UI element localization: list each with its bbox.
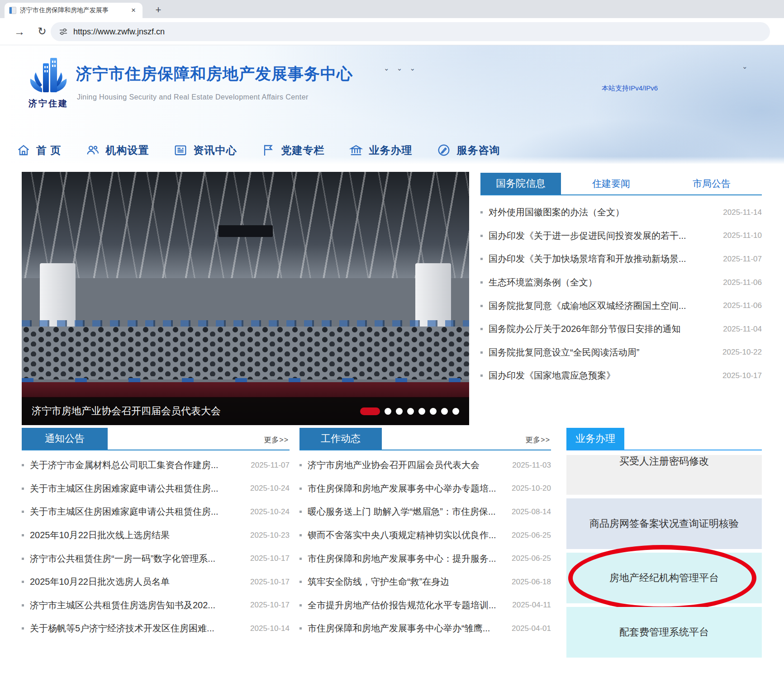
news-tabs: 国务院信息 住建要闻 市局公告 <box>480 173 762 195</box>
nav-item-organization[interactable]: 机构设置 <box>86 143 149 157</box>
site-info-icon[interactable] <box>59 27 68 36</box>
work-item-title: 市住房保障和房地产发展事务中心举办专题培... <box>308 483 509 495</box>
nav-item-party-building[interactable]: 党建专栏 <box>261 143 324 157</box>
tab-state-council-info[interactable]: 国务院信息 <box>480 173 561 194</box>
news-item-title: 国务院批复同意《成渝地区双城经济圈国土空间... <box>489 300 720 312</box>
notice-list-item[interactable]: 关于市主城区住房困难家庭申请公共租赁住房... 2025-10-24 <box>22 477 290 501</box>
forward-icon[interactable]: → <box>12 25 27 38</box>
organization-icon <box>86 143 100 157</box>
notice-list-item[interactable]: 关于济宁市金属材料总公司职工集资合作建房... 2025-11-07 <box>22 454 290 477</box>
work-item-date: 2025-06-18 <box>512 578 551 587</box>
carousel-dot[interactable] <box>396 408 403 415</box>
notice-list-item[interactable]: 2025年10月22日批次选房人员名单 2025-10-17 <box>22 570 290 594</box>
logo-text: 济宁住建 <box>22 98 75 109</box>
work-list-item[interactable]: 筑牢安全防线，守护生命“救”在身边 2025-06-18 <box>299 570 551 594</box>
bullet-icon <box>299 558 302 560</box>
bullet-icon <box>22 511 24 513</box>
carousel-dot[interactable] <box>441 408 448 415</box>
service-real-estate-agency-platform[interactable]: 房地产经纪机构管理平台 <box>566 553 762 603</box>
logo-icon <box>25 57 72 95</box>
work-item-title: 暖心服务送上门 助解入学“燃眉急”：市住房保... <box>308 506 509 518</box>
site-banner: ⌄ ⌄ ⌄ ⌄ <box>0 45 784 164</box>
bullet-icon <box>480 328 483 330</box>
news-list-item[interactable]: 生态环境监测条例（全文） 2025-11-06 <box>480 271 762 294</box>
news-list-item[interactable]: 国务院批复同意《成渝地区双城经济圈国土空间... 2025-11-06 <box>480 294 762 317</box>
notice-list-item[interactable]: 关于市主城区住房困难家庭申请公共租赁住房... 2025-10-24 <box>22 500 290 524</box>
notices-more-link[interactable]: 更多>> <box>264 436 289 445</box>
carousel-dot[interactable] <box>407 408 414 415</box>
work-item-date: 2025-06-25 <box>512 531 551 540</box>
favicon-icon <box>9 7 16 14</box>
carousel[interactable]: 济宁市房地产业协会召开四届会员代表大会 <box>22 172 469 425</box>
news-list-item[interactable]: 对外使用国徽图案的办法（全文） 2025-11-14 <box>480 201 762 224</box>
tab-close-icon[interactable]: × <box>129 6 138 15</box>
notice-item-date: 2025-10-17 <box>250 601 290 610</box>
notice-list-item[interactable]: 济宁市主城区公共租赁住房选房告知书及202... 2025-10-17 <box>22 594 290 617</box>
tab-bureau-announcements[interactable]: 市局公告 <box>661 173 762 194</box>
photo-projector <box>219 225 273 237</box>
tab-housing-news[interactable]: 住建要闻 <box>561 173 661 194</box>
nav-item-service-consult[interactable]: 服务咨询 <box>437 143 500 157</box>
notice-list-item[interactable]: 关于杨帆等5户济宁经济技术开发区住房困难... 2025-10-14 <box>22 617 290 640</box>
work-item-date: 2025-04-11 <box>512 601 551 610</box>
notices-title-tab[interactable]: 通知公告 <box>22 428 108 450</box>
photo-audience <box>22 327 469 380</box>
tab-title: 济宁市住房保障和房地产发展事 <box>20 6 129 14</box>
notice-list-item[interactable]: 济宁市公共租赁住房“一房一码”数字化管理系... 2025-10-17 <box>22 547 290 570</box>
carousel-dot[interactable] <box>385 408 391 415</box>
pen-icon <box>437 143 451 157</box>
bullet-icon <box>22 604 24 606</box>
news-list-item[interactable]: 国务院办公厅关于2026年部分节假日安排的通知 2025-11-04 <box>480 317 762 341</box>
work-list-item[interactable]: 锲而不舍落实中央八项规定精神切实以优良作... 2025-06-25 <box>299 524 551 547</box>
news-list-item[interactable]: 国办印发《关于进一步促进民间投资发展的若干... 2025-11-10 <box>480 224 762 248</box>
notice-item-date: 2025-10-17 <box>250 578 290 587</box>
url-box[interactable]: https://www.zwfw.jnszf.cn <box>51 22 770 41</box>
news-list-item[interactable]: 国办印发《关于加快场景培育和开放推动新场景... 2025-11-07 <box>480 247 762 271</box>
bullet-icon <box>299 604 302 606</box>
carousel-dot[interactable] <box>452 408 459 415</box>
nav-item-business[interactable]: 业务办理 <box>349 143 412 157</box>
ipv6-support-note: 本站支持IPv4/IPv6 <box>602 84 658 93</box>
carousel-caption[interactable]: 济宁市房地产业协会召开四届会员代表大会 <box>32 404 360 418</box>
bullet-icon <box>299 581 302 583</box>
carousel-dot-active[interactable] <box>360 407 380 415</box>
carousel-dot[interactable] <box>418 408 425 415</box>
notice-item-date: 2025-10-17 <box>250 554 290 563</box>
news-list-item[interactable]: 国办印发《国家地震应急预案》 2025-10-17 <box>480 364 762 388</box>
browser-tab[interactable]: 济宁市住房保障和房地产发展事 × <box>5 3 143 18</box>
service-supporting-fee-platform[interactable]: 配套费管理系统平台 <box>566 607 762 658</box>
service-buyer-password-reset[interactable]: 买受人注册密码修改 <box>566 455 762 495</box>
work-list-item[interactable]: 济宁市房地产业协会召开四届会员代表大会 2025-11-03 <box>299 454 551 477</box>
url-text: https://www.zwfw.jnszf.cn <box>73 27 165 37</box>
nav-item-news-center[interactable]: 资讯中心 <box>173 143 237 157</box>
news-list-item[interactable]: 国务院批复同意设立“全民阅读活动周” 2025-10-22 <box>480 341 762 365</box>
bullet-icon <box>480 211 483 213</box>
work-item-title: 筑牢安全防线，守护生命“救”在身边 <box>308 576 509 588</box>
new-tab-button[interactable]: + <box>152 4 165 16</box>
services-title-tab[interactable]: 业务办理 <box>566 428 624 450</box>
news-item-date: 2025-11-04 <box>723 325 762 334</box>
news-item-date: 2025-10-22 <box>722 348 762 357</box>
service-commercial-housing-record-check[interactable]: 商品房网签备案状况查询证明核验 <box>566 498 762 549</box>
bullet-icon <box>480 235 483 237</box>
work-list-item[interactable]: 全市提升房地产估价报告规范化水平专题培训... 2025-04-11 <box>299 594 551 617</box>
work-list-item[interactable]: 市住房保障和房地产发展事务中心：提升服务... 2025-06-25 <box>299 547 551 570</box>
work-news-more-link[interactable]: 更多>> <box>525 436 550 445</box>
work-item-date: 2025-06-25 <box>512 554 551 563</box>
reload-icon[interactable]: ↻ <box>34 25 50 38</box>
work-list-item[interactable]: 暖心服务送上门 助解入学“燃眉急”：市住房保... 2025-08-14 <box>299 500 551 524</box>
news-icon <box>173 143 188 157</box>
carousel-dot[interactable] <box>430 408 437 415</box>
notice-item-date: 2025-10-14 <box>250 624 290 633</box>
bullet-icon <box>22 627 24 630</box>
bullet-icon <box>480 305 483 307</box>
news-item-title: 对外使用国徽图案的办法（全文） <box>489 206 720 218</box>
services-header: 业务办理 <box>566 429 762 450</box>
notice-list-item[interactable]: 2025年10月22日批次线上选房结果 2025-10-23 <box>22 524 290 547</box>
nav-item-home[interactable]: 首 页 <box>16 143 61 157</box>
notice-item-title: 济宁市主城区公共租赁住房选房告知书及202... <box>30 599 247 611</box>
work-list-item[interactable]: 市住房保障和房地产发展事务中心举办专题培... 2025-10-20 <box>299 477 551 501</box>
work-news-title-tab[interactable]: 工作动态 <box>299 428 382 450</box>
notice-item-title: 关于济宁市金属材料总公司职工集资合作建房... <box>30 459 248 471</box>
work-list-item[interactable]: 市住房保障和房地产发展事务中心举办“雏鹰... 2025-04-01 <box>299 617 551 640</box>
